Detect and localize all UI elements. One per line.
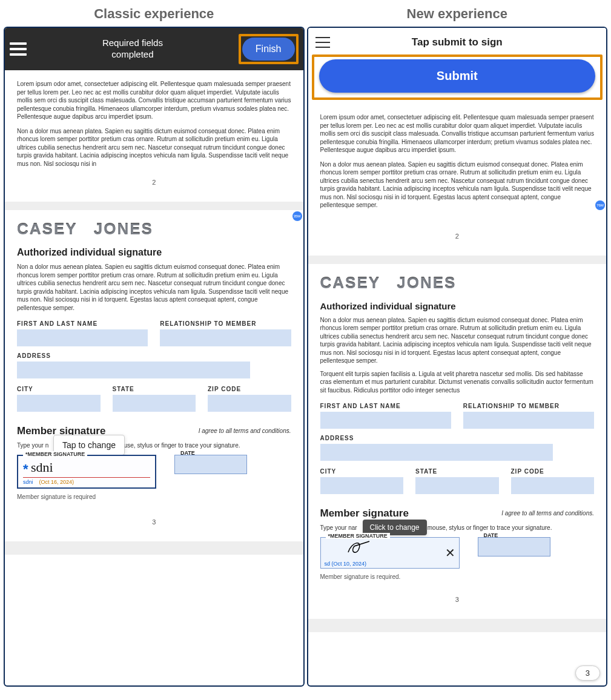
finish-button[interactable]: Finish <box>242 38 295 61</box>
required-star-icon: * <box>23 461 28 477</box>
section-para2: Torquent elit turpis sapien facilisis a.… <box>320 370 595 395</box>
menu-icon[interactable] <box>10 42 27 56</box>
agree-text: I agree to all terms and conditions. <box>199 428 291 434</box>
member-signature-box[interactable]: *MEMBER SIGNATURE * sdni sdni(Oct 16, 20… <box>17 455 156 489</box>
header-title: Tap submit to sign <box>336 36 579 48</box>
page-number: 2 <box>17 174 291 186</box>
member-sig-title: Member signature <box>320 507 409 520</box>
note-badge[interactable]: 76M <box>595 200 605 210</box>
required-msg: Member signature is required. <box>320 573 595 580</box>
required-msg: Member signature is required <box>17 494 291 500</box>
date-input[interactable] <box>478 537 550 556</box>
page-fab[interactable]: 3 <box>575 665 600 681</box>
page-2: Lorem ipsum odor amet, consectetuer adip… <box>308 104 607 256</box>
page-number-3: 3 <box>17 513 291 526</box>
auth-form: FIRST AND LAST NAME RELATIONSHIP TO MEMB… <box>320 403 595 461</box>
auth-form: FIRST AND LAST NAME RELATIONSHIP TO MEMB… <box>17 320 291 378</box>
classic-header: Required fieldscompleted Finish <box>5 28 303 70</box>
field-rel: RELATIONSHIP TO MEMBER <box>160 320 291 346</box>
signature-sub: sd (Oct 10, 2024) <box>325 561 367 567</box>
section-para: Non a dolor mus aenean platea. Sapien eu… <box>17 263 291 312</box>
new-pages: Lorem ipsum odor amet, consectetuer adip… <box>308 104 607 632</box>
submit-highlight: Submit <box>312 54 603 100</box>
classic-device: Required fieldscompleted Finish Lorem ip… <box>4 27 305 687</box>
city-input[interactable] <box>320 477 404 494</box>
classic-column: Classic experience Required fieldscomple… <box>4 4 305 687</box>
lorem-2: Non a dolor mus aenean platea. Sapien eu… <box>17 127 291 168</box>
field-name: FIRST AND LAST NAME <box>17 320 148 346</box>
classic-title: Classic experience <box>4 6 305 22</box>
casey-logo: CASEY JONES <box>320 274 595 292</box>
city-state-zip: CITY STATE ZIP CODE <box>17 386 291 412</box>
page-2: Lorem ipsum odor amet, consectetuer adip… <box>5 70 303 202</box>
member-signature-box[interactable]: *MEMBER SIGNATURE ✕ sd (Oct 10, 2024) <box>320 537 460 569</box>
zip-input[interactable] <box>208 395 291 412</box>
page-3: 35M CASEY JONES Authorized individual si… <box>5 210 303 541</box>
agree-text: I agree to all terms and conditions. <box>501 510 594 517</box>
lorem-2: Non a dolor mus aenean platea. Sapien eu… <box>320 160 595 210</box>
rel-input[interactable] <box>463 412 594 429</box>
signature-value: sdni <box>31 460 53 475</box>
signature-sub: sdni(Oct 16, 2024) <box>23 479 150 485</box>
city-state-zip: CITY STATE ZIP CODE <box>320 468 595 494</box>
section-title: Authorized individual signature <box>320 301 595 311</box>
classic-pages: Lorem ipsum odor amet, consectetuer adip… <box>5 70 303 555</box>
finish-highlight: Finish <box>239 34 299 64</box>
lorem-1: Lorem ipsum odor amet, consectetuer adip… <box>320 113 595 154</box>
zip-input[interactable] <box>511 477 595 494</box>
name-input[interactable] <box>320 412 451 429</box>
field-address: ADDRESS <box>17 352 291 378</box>
section-title: Authorized individual signature <box>17 247 291 258</box>
signature-scribble-icon <box>345 539 375 555</box>
submit-button[interactable]: Submit <box>319 59 596 93</box>
date-input[interactable] <box>174 455 247 474</box>
address-input[interactable] <box>320 444 553 461</box>
menu-icon[interactable] <box>315 37 330 48</box>
note-badge[interactable]: 35M <box>292 211 302 221</box>
new-title: New experience <box>307 6 608 22</box>
name-input[interactable] <box>17 329 148 346</box>
rel-input[interactable] <box>160 329 291 346</box>
page-number: 2 <box>320 228 595 240</box>
address-input[interactable] <box>17 362 250 378</box>
page-3: CASEY JONES Authorized individual signat… <box>308 264 607 619</box>
new-column: New experience Tap submit to sign Submit… <box>307 4 608 687</box>
state-input[interactable] <box>415 477 499 494</box>
lorem-1: Lorem ipsum odor amet, consectetuer adip… <box>17 80 291 121</box>
page-number-3: 3 <box>320 591 595 603</box>
header-title: Required fieldscompleted <box>31 38 234 61</box>
clear-signature-icon[interactable]: ✕ <box>445 546 455 560</box>
casey-logo: CASEY JONES <box>17 220 291 239</box>
city-input[interactable] <box>17 395 101 412</box>
new-device: Tap submit to sign Submit Lorem ipsum od… <box>307 27 608 687</box>
sig-instructions: Type your narxxxxxxxxxxxxxxxuse your mou… <box>320 524 595 531</box>
state-input[interactable] <box>113 395 196 412</box>
new-header: Tap submit to sign <box>308 28 607 54</box>
section-para1: Non a dolor mus aenean platea. Sapien eu… <box>320 316 595 365</box>
